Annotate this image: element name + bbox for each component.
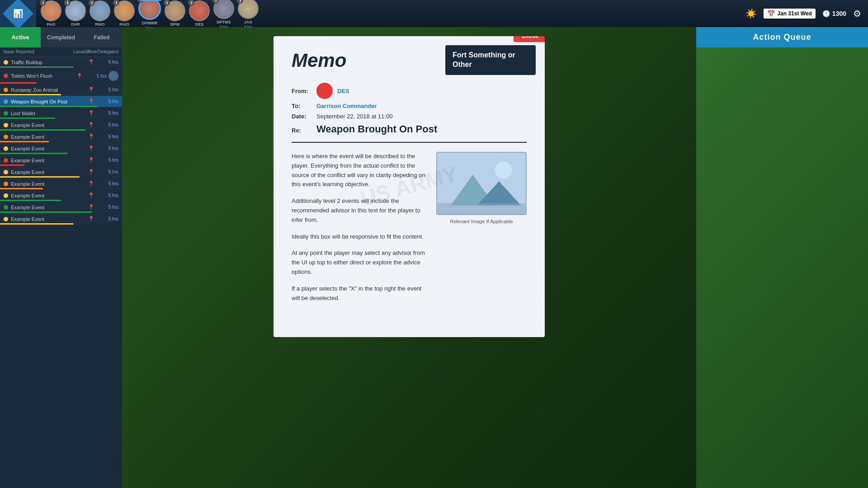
memo-from-name[interactable]: DES	[337, 88, 527, 94]
memo-paragraph: Additionally level 2 events will include…	[292, 197, 427, 225]
memo-paragraph: Ideally this box will be responsive to f…	[292, 232, 427, 242]
item-progress	[0, 66, 122, 68]
item-name: Example Event	[11, 158, 87, 163]
progress-bar	[0, 141, 49, 142]
progress-bar	[0, 129, 85, 131]
tab-active[interactable]: Active	[0, 27, 41, 47]
item-name: Weapon Brought On Post	[11, 99, 87, 104]
advisor-slot-paio[interactable]: ℹ PAIO	[114, 0, 135, 27]
sidebar-tabs: Active Completed Failed	[0, 27, 122, 47]
top-bar: 📊 ℹ PAO ℹ DHR ℹ RMO ℹ PAIO ℹ	[0, 0, 868, 27]
item-indicator	[4, 123, 8, 127]
settings-button[interactable]: ⚙	[853, 8, 861, 19]
list-item[interactable]: Example Event📍5 hrs	[0, 202, 122, 213]
advisor-label-dptms: DPTMS	[217, 20, 231, 24]
advisor-slot-dfmwr[interactable]: ℹ Personality DFMWR 5 hrs	[138, 0, 161, 30]
list-item[interactable]: Traffic Buildup📍5 hrs	[0, 56, 122, 68]
advisor-label-dfmwr: DFMWR	[142, 21, 158, 25]
item-indicator	[4, 182, 8, 186]
time-widget: 🕐 1300	[822, 10, 846, 17]
memo-to-label: To:	[292, 103, 316, 109]
date-widget: 📅 Jan 31st Wed	[764, 9, 815, 19]
sidebar-column-headers: Issue Reported Location Time/Delegated	[0, 47, 122, 56]
item-indicator	[4, 60, 8, 65]
calendar-icon: 📅	[767, 10, 775, 17]
top-right: ☀️ 📅 Jan 31st Wed 🕐 1300 ⚙	[745, 8, 868, 19]
list-item[interactable]: Toilets Won't Flush📍5 hrs	[0, 68, 122, 84]
advisor-slot-dpw[interactable]: ℹ DPW	[165, 0, 185, 27]
memo-from-label: From:	[292, 88, 316, 94]
item-name: Example Event	[11, 122, 87, 128]
action-queue-title: Action Queue	[753, 33, 811, 42]
progress-bar	[0, 106, 98, 107]
advisor-slot-dhr[interactable]: ℹ DHR	[65, 0, 86, 27]
list-item[interactable]: Runaway Zoo Animal📍5 hrs	[0, 84, 122, 96]
action-queue-header: Action Queue	[696, 27, 868, 47]
time-text: 1300	[832, 10, 846, 17]
list-item[interactable]: Example Event📍5 hrs	[0, 166, 122, 178]
weather-icon: ☀️	[745, 8, 757, 19]
item-time: 5 hrs	[96, 122, 118, 127]
item-indicator	[4, 158, 8, 163]
list-item[interactable]: Example Event📍5 hrs	[0, 213, 122, 225]
advisor-avatar-dfmwr	[138, 0, 161, 20]
svg-point-1	[495, 161, 512, 179]
image-placeholder	[436, 152, 527, 215]
item-name: Example Event	[11, 181, 87, 187]
memo-re-label: Re:	[292, 127, 316, 134]
item-name: Toilets Won't Flush	[11, 73, 75, 79]
memo-date-value: September 22, 2018 at 11:00	[316, 113, 527, 120]
item-location-icon: 📍	[87, 99, 96, 104]
item-indicator	[4, 135, 8, 139]
list-item[interactable]: Example Event📍5 hrs	[0, 119, 122, 131]
advisor-label-pao: PAO	[47, 22, 56, 27]
list-item[interactable]: Example Event📍5 hrs	[0, 155, 122, 166]
list-item[interactable]: Example Event📍5 hrs	[0, 190, 122, 202]
item-avatar	[108, 71, 118, 81]
list-item[interactable]: Weapon Brought On Post📍5 hrs	[0, 96, 122, 108]
item-time: 5 hrs	[96, 216, 118, 221]
memo-paragraph: If a player selects the "X" in the top r…	[292, 284, 427, 303]
list-item[interactable]: Example Event📍5 hrs	[0, 178, 122, 190]
item-indicator	[4, 170, 8, 174]
sender-avatar	[316, 83, 333, 99]
item-location-icon: 📍	[87, 87, 96, 93]
tab-failed[interactable]: Failed	[81, 27, 122, 47]
item-name: Lost Wallet	[11, 111, 87, 116]
item-name: Example Event	[11, 134, 87, 140]
logo-area[interactable]: 📊	[0, 0, 36, 27]
dfmwr-personality-badge: Personality	[140, 0, 162, 1]
advisor-slot-dptms[interactable]: ℹ DPTMS 5 hrs	[213, 0, 234, 29]
item-progress	[0, 94, 122, 95]
progress-bar	[0, 211, 92, 213]
advisor-slot-des[interactable]: ℹ DES	[189, 0, 210, 27]
advisor-slot-rmo[interactable]: ℹ RMO	[90, 0, 110, 27]
clock-icon: 🕐	[822, 10, 830, 17]
logo-diamond: 📊	[3, 0, 33, 29]
item-location-icon: 📍	[87, 145, 96, 151]
advisor-label-jag: JAG	[244, 20, 253, 24]
memo-to-name[interactable]: Garrison Commander	[316, 103, 527, 109]
sidebar-list: Traffic Buildup📍5 hrsToilets Won't Flush…	[0, 56, 122, 477]
item-location-icon: 📍	[87, 204, 96, 210]
progress-bar	[0, 82, 37, 84]
item-time: 5 hrs	[96, 146, 118, 151]
item-indicator	[4, 111, 8, 116]
advisor-label-paio: PAIO	[119, 22, 129, 27]
item-indicator	[4, 99, 8, 104]
list-item[interactable]: Example Event📍5 hrs	[0, 143, 122, 155]
memo-date-row: Date: September 22, 2018 at 11:00	[292, 113, 527, 120]
memo-content: Memo From: DES To: Garrison Commander Da…	[274, 36, 545, 324]
progress-bar	[0, 66, 73, 68]
advisor-label-des: DES	[195, 22, 204, 27]
item-time: 5 hrs	[84, 74, 107, 79]
tab-completed[interactable]: Completed	[41, 27, 81, 47]
svg-rect-4	[438, 203, 525, 214]
list-item[interactable]: Lost Wallet📍5 hrs	[0, 108, 122, 119]
advisor-slot-pao[interactable]: ℹ PAO	[41, 0, 61, 27]
close-button[interactable]: Close	[514, 36, 545, 42]
advisor-slot-jag[interactable]: ℹ JAG 5 hrs	[238, 0, 259, 29]
item-progress	[0, 141, 122, 142]
memo-text: US ARMY Here is where the event will be …	[292, 152, 427, 310]
list-item[interactable]: Example Event📍5 hrs	[0, 131, 122, 143]
